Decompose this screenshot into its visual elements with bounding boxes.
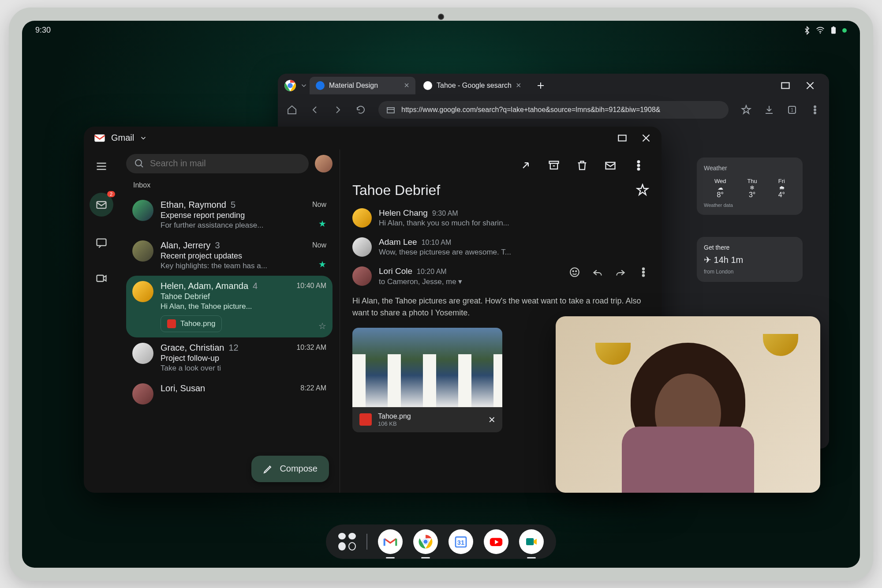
- video-call-pip[interactable]: [556, 316, 820, 493]
- tab-favicon: [316, 81, 325, 90]
- chevron-down-icon[interactable]: [139, 134, 147, 142]
- svg-point-24: [573, 270, 574, 271]
- taskbar-app-meet[interactable]: [519, 529, 544, 554]
- weather-title: Weather: [704, 165, 796, 172]
- more-icon[interactable]: [632, 159, 645, 172]
- svg-point-25: [576, 270, 576, 271]
- svg-point-22: [638, 168, 640, 170]
- download-icon[interactable]: [764, 105, 774, 115]
- taskbar-divider: [366, 534, 367, 550]
- svg-rect-15: [97, 239, 106, 245]
- chrome-tab[interactable]: Material Design ×: [310, 77, 415, 94]
- get-there-title: Get there: [704, 244, 796, 251]
- sender-avatar: [132, 281, 153, 302]
- svg-rect-29: [385, 537, 396, 546]
- sender-avatar: [352, 208, 372, 228]
- expand-icon[interactable]: [519, 159, 532, 172]
- email-item[interactable]: Grace, Christian 12 Project follow-up Ta…: [126, 337, 333, 378]
- account-avatar[interactable]: [315, 155, 333, 172]
- new-tab-button[interactable]: [535, 80, 546, 91]
- reply-icon[interactable]: [592, 266, 603, 278]
- reader-actions: [352, 157, 649, 174]
- attachment-chip[interactable]: Tahoe.png: [161, 315, 222, 332]
- bluetooth-icon: [803, 26, 811, 35]
- chevron-down-icon[interactable]: [300, 82, 308, 90]
- search-bar[interactable]: [126, 154, 309, 173]
- forward-icon[interactable]: [333, 105, 343, 115]
- menu-button[interactable]: [93, 157, 110, 175]
- get-there-duration: ✈ 14h 1m: [704, 255, 796, 265]
- maximize-icon[interactable]: [780, 80, 791, 91]
- star-icon[interactable]: ★: [318, 218, 326, 229]
- home-icon[interactable]: [287, 105, 297, 115]
- status-icons: [803, 26, 847, 35]
- get-there-card[interactable]: Get there ✈ 14h 1m from London: [697, 237, 803, 282]
- taskbar-app-gmail[interactable]: [378, 529, 403, 554]
- image-attachment[interactable]: Tahoe.png 106 KB ×: [352, 328, 502, 432]
- app-launcher-button[interactable]: [338, 533, 356, 551]
- tab-favicon: [423, 81, 432, 90]
- forward-icon[interactable]: [615, 266, 626, 278]
- email-item[interactable]: Alan, Jerrery 3 Recent project updates K…: [126, 235, 333, 276]
- search-input[interactable]: [150, 158, 301, 169]
- delete-icon[interactable]: [576, 159, 588, 172]
- taskbar-app-youtube[interactable]: [484, 529, 508, 554]
- attachment-preview: [352, 328, 502, 407]
- sender-avatar: [132, 240, 153, 262]
- svg-point-10: [814, 109, 816, 111]
- email-list: Inbox Ethan, Raymond 5 Expense report pe…: [119, 150, 340, 493]
- thread-message-expanded[interactable]: Lori Cole10:20 AM to Cameron, Jesse, me …: [352, 266, 649, 286]
- star-icon[interactable]: ☆: [318, 321, 326, 331]
- chrome-tab[interactable]: Tahoe - Google sesarch ×: [417, 77, 527, 94]
- svg-point-20: [638, 161, 640, 163]
- taskbar-app-chrome[interactable]: [413, 529, 438, 554]
- meet-nav-button[interactable]: [93, 270, 110, 287]
- svg-point-11: [814, 112, 816, 114]
- lamp-decoration: [763, 334, 798, 356]
- email-item-selected[interactable]: Helen, Adam, Amanda 4 Tahoe Debrief Hi A…: [126, 276, 333, 337]
- tabs-count-icon[interactable]: 1: [787, 105, 797, 115]
- email-item[interactable]: Ethan, Raymond 5 Expense report pending …: [126, 195, 333, 235]
- compose-button[interactable]: Compose: [251, 456, 329, 482]
- back-icon[interactable]: [310, 105, 320, 115]
- svg-point-27: [643, 271, 644, 273]
- url-bar[interactable]: https://www.google.com/search?q=lake+tah…: [378, 101, 729, 119]
- svg-rect-16: [97, 275, 104, 281]
- maximize-icon[interactable]: [617, 132, 628, 144]
- close-icon[interactable]: [804, 80, 816, 91]
- email-subject-title: Tahoe Debrief: [352, 182, 440, 198]
- inbox-label: Inbox: [133, 181, 333, 189]
- chat-nav-button[interactable]: [93, 234, 110, 252]
- svg-text:31: 31: [457, 539, 464, 546]
- svg-rect-19: [606, 162, 615, 169]
- svg-point-26: [643, 268, 644, 270]
- more-icon[interactable]: [810, 105, 820, 115]
- weather-day: Wed☁8°: [714, 178, 726, 199]
- mark-unread-icon[interactable]: [604, 159, 617, 172]
- close-icon[interactable]: ×: [516, 80, 521, 90]
- more-icon[interactable]: [638, 266, 649, 278]
- star-icon[interactable]: [741, 105, 751, 115]
- thread-message[interactable]: Helen Chang9:30 AM Hi Alan, thank you so…: [352, 208, 649, 228]
- close-icon[interactable]: ×: [404, 80, 409, 90]
- chrome-app-icon: [284, 79, 296, 92]
- thread-message[interactable]: Adam Lee10:10 AM Wow, these picturese ar…: [352, 237, 649, 257]
- star-icon[interactable]: [636, 184, 649, 197]
- taskbar-app-calendar[interactable]: 31: [448, 529, 473, 554]
- close-icon[interactable]: ×: [489, 413, 495, 427]
- svg-point-28: [643, 274, 644, 276]
- archive-icon[interactable]: [548, 159, 560, 172]
- star-icon[interactable]: ★: [318, 259, 326, 270]
- site-info-icon[interactable]: [385, 105, 396, 115]
- close-icon[interactable]: [640, 132, 652, 144]
- weather-card[interactable]: Weather Wed☁8° Thu❄3° Fri🌧4° Weather dat…: [697, 157, 803, 215]
- email-item[interactable]: Lori, Susan 8:22 AM: [126, 378, 333, 410]
- tablet-frame: 9:30 Material Design ×: [9, 7, 873, 581]
- get-there-from: from London: [704, 269, 796, 275]
- emoji-icon[interactable]: [569, 266, 580, 278]
- svg-point-0: [820, 32, 821, 34]
- tab-title: Tahoe - Google sesarch: [437, 82, 512, 90]
- battery-icon: [829, 26, 838, 35]
- reload-icon[interactable]: [355, 105, 366, 115]
- mail-nav-button[interactable]: 2: [90, 193, 113, 217]
